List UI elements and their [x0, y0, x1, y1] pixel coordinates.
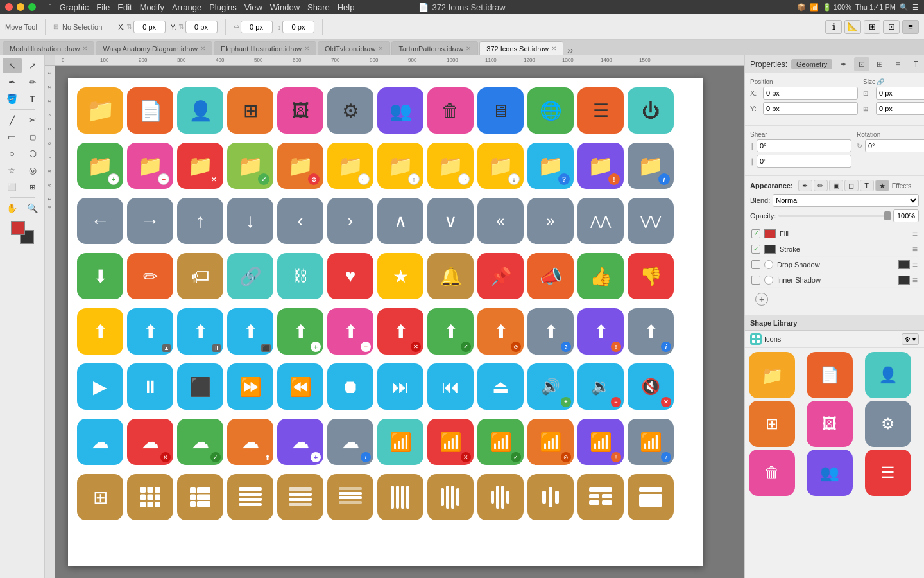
icon-skip-next[interactable]: ⏭ [377, 363, 424, 410]
icon-pin[interactable]: 📌 [477, 253, 524, 299]
icon-play[interactable]: ▶ [77, 363, 123, 410]
add-effect-button[interactable]: + [755, 293, 768, 306]
fill-menu-icon[interactable]: ≡ [912, 229, 918, 239]
h-size-input[interactable] [876, 102, 924, 115]
icon-upload-badge-minus[interactable]: ⬆ − [327, 308, 373, 355]
foreground-swatch[interactable] [11, 221, 25, 235]
icon-trash[interactable]: 🗑 [427, 87, 474, 134]
icon-skip-prev[interactable]: ⏮ [427, 363, 474, 410]
scissors-button[interactable]: ✂ [23, 112, 42, 128]
icon-upload[interactable]: ⬆ [77, 308, 123, 355]
x-input[interactable] [133, 21, 166, 33]
stroke-color-swatch[interactable] [764, 245, 776, 254]
icon-folder-x[interactable]: 📁 ✕ [177, 143, 223, 189]
icon-upload-badge-plus[interactable]: ⬆ + [277, 308, 323, 355]
panel-scroll[interactable]: Position X: Y: Size 🔗 [745, 73, 924, 578]
icon-list-view[interactable] [177, 474, 223, 520]
tab-close-icon[interactable]: ✕ [82, 45, 87, 52]
icon-folder-down[interactable]: 📁 ↓ [477, 143, 524, 189]
icon-folder-back[interactable]: 📁 ← [327, 143, 373, 189]
pen-panel-icon[interactable]: ✒ [836, 57, 851, 71]
zoom-tool-button[interactable]: 🔍 [23, 200, 42, 216]
tabs-more-icon[interactable]: ›› [567, 45, 573, 55]
icon-folder[interactable]: 📁 [77, 87, 123, 134]
appearance-tab-fill[interactable]: ▣ [829, 180, 843, 191]
icon-chevron-down[interactable]: ∨ [427, 198, 474, 244]
grid-button[interactable]: ⊞ [864, 20, 880, 34]
icon-wifi-check[interactable]: 📶 ✓ [477, 419, 524, 465]
icon-settings[interactable]: ⚙ [327, 87, 373, 134]
view-menu[interactable]: View [244, 3, 262, 12]
w-size-input[interactable] [876, 87, 924, 100]
info-button[interactable]: ℹ [825, 20, 842, 34]
drop-shadow-checkbox[interactable] [751, 260, 760, 269]
shape-item-table[interactable]: ⊞ [749, 401, 795, 447]
ellipse-tool-button[interactable]: ○ [3, 146, 22, 161]
tab-elephant[interactable]: Elephant Illustration.idraw ✕ [214, 41, 316, 55]
opacity-handle[interactable] [884, 211, 891, 220]
icon-folder-exclaim[interactable]: 📁 ! [578, 143, 624, 189]
icon-upload-badge-q[interactable]: ⬆ ? [527, 308, 574, 355]
icon-upload-badge-check[interactable]: ⬆ ✓ [427, 308, 474, 355]
icon-thumbsup[interactable]: 👍 [578, 253, 624, 299]
w-input[interactable] [241, 21, 273, 33]
shape-item-folder[interactable]: 📁 [749, 352, 795, 398]
icon-folder-check[interactable]: 📁 ✓ [227, 143, 273, 189]
icon-folder-plus[interactable]: 📁 + [77, 143, 123, 189]
icon-upload-badge-pause[interactable]: ⬆ ⏸ [177, 308, 223, 355]
traffic-lights[interactable] [5, 3, 36, 11]
icon-wifi-block[interactable]: 📶 ⊘ [527, 419, 574, 465]
direct-select-button[interactable]: ↗ [23, 58, 42, 73]
icon-tag[interactable]: 🏷 [177, 253, 223, 299]
icon-wifi-info[interactable]: 📶 i [628, 419, 674, 465]
tab-medalillustration[interactable]: MedalIllustration.idraw ✕ [3, 41, 94, 55]
icon-link[interactable]: 🔗 [227, 253, 273, 299]
layers-button[interactable]: ≡ [902, 20, 919, 34]
icon-folder-up[interactable]: 📁 ↑ [377, 143, 424, 189]
stroke-menu-icon[interactable]: ≡ [912, 244, 918, 254]
icon-chevron-right[interactable]: › [327, 198, 373, 244]
search-icon[interactable]: 🔍 [900, 3, 909, 12]
blend-select[interactable]: Normal [773, 194, 919, 207]
opacity-value[interactable] [893, 209, 919, 222]
layers-panel-icon[interactable]: ≡ [890, 57, 905, 71]
icon-double-chevron-right[interactable]: » [527, 198, 574, 244]
ruler-button[interactable]: 📐 [844, 20, 861, 34]
icon-h-lines2[interactable] [277, 474, 323, 520]
line-tool-button[interactable]: ╱ [3, 112, 22, 128]
grid-panel-icon[interactable]: ⊞ [872, 57, 887, 71]
icon-vol-up[interactable]: 🔊 + [527, 363, 574, 410]
icon-vol-mute[interactable]: 🔇 ✕ [628, 363, 674, 410]
icon-v-center2[interactable] [527, 474, 574, 520]
icon-unlink[interactable]: ⛓ [277, 253, 323, 299]
appearance-tab-eraser[interactable]: ◻ [844, 180, 859, 191]
appearance-tab-pen[interactable]: ✒ [798, 180, 812, 191]
opacity-slider[interactable] [778, 215, 891, 217]
canvas-background[interactable]: 📁 📄 👤 ⊞ 🖼 ⚙ 👥 🗑 [55, 66, 744, 578]
spiral-tool-button[interactable]: ◎ [23, 162, 42, 178]
icon-double-chevron-left[interactable]: « [477, 198, 524, 244]
icon-v-lines-inset[interactable] [427, 474, 474, 520]
shear-input1[interactable] [757, 139, 851, 152]
icon-rewind[interactable]: ⏪ [277, 363, 323, 410]
icon-double-chevron-up[interactable]: ⋀⋀ [578, 198, 624, 244]
inner-shadow-color[interactable] [898, 276, 910, 285]
icon-grid-2x2[interactable]: ⊞ [77, 474, 123, 520]
format-button[interactable]: ⊡ [883, 20, 900, 34]
icon-double-chevron-down[interactable]: ⋁⋁ [628, 198, 674, 244]
icon-folder-question[interactable]: 📁 ? [527, 143, 574, 189]
polygon-tool-button[interactable]: ⬡ [23, 146, 42, 161]
shear-input2[interactable] [757, 155, 851, 168]
icon-cloud-upload[interactable]: ☁ ⬆ [227, 419, 273, 465]
apple-menu[interactable]:  [49, 3, 52, 12]
icon-upload-badge-i[interactable]: ⬆ i [628, 308, 674, 355]
minimize-button[interactable] [17, 3, 24, 11]
rectangle-tool-button[interactable]: ▭ [3, 129, 22, 144]
icon-cloud-info[interactable]: ☁ i [327, 419, 373, 465]
icon-arrow-left[interactable]: ← [77, 198, 123, 244]
shape-item-contact[interactable]: 👤 [865, 352, 911, 398]
paint-bucket-button[interactable]: 🪣 [3, 91, 22, 107]
rounded-rect-button[interactable]: ▢ [23, 129, 42, 144]
icon-arrow-down[interactable]: ↓ [227, 198, 273, 244]
x-pos-input[interactable] [763, 87, 858, 100]
